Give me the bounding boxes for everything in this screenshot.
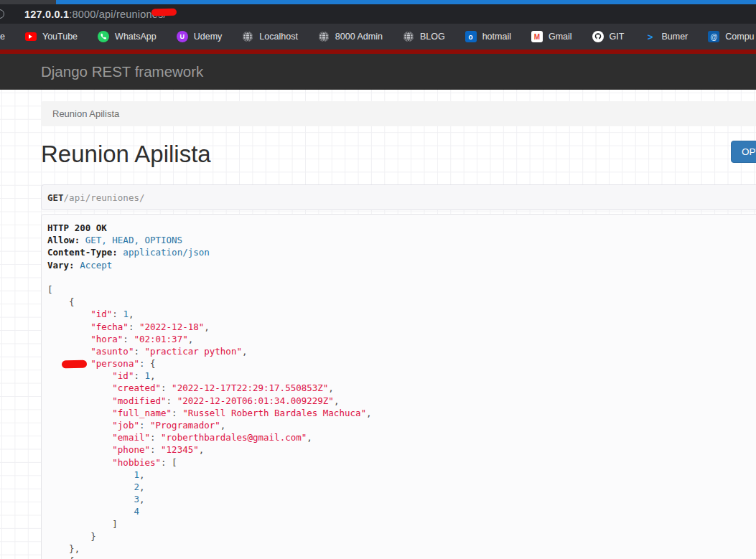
bookmark-label: YouTube bbox=[42, 32, 78, 42]
response-line: "modified": "2022-12-20T06:01:34.009229Z… bbox=[47, 395, 756, 407]
address-bar[interactable]: 127.0.0.1:8000/api/reuniones/ bbox=[0, 4, 756, 24]
bookmark-blog[interactable]: BLOG bbox=[403, 31, 445, 42]
bookmark-git[interactable]: GIT bbox=[592, 31, 625, 42]
response-line: "id": 1, bbox=[47, 370, 756, 382]
response-line: 2, bbox=[47, 481, 756, 493]
breadcrumb-link[interactable]: Reunion Apilista bbox=[52, 108, 119, 119]
page-body: Reunion Apilista Reunion Apilista GET /a… bbox=[0, 90, 756, 559]
response-line: 4 bbox=[47, 505, 756, 517]
drf-brand-link[interactable]: Django REST framework bbox=[41, 63, 203, 80]
github-icon bbox=[592, 31, 604, 42]
globe-icon bbox=[403, 31, 414, 42]
bookmark-label: Bumer bbox=[661, 32, 688, 42]
response-line: HTTP 200 OK bbox=[47, 222, 756, 234]
response-line: "job": "Programador", bbox=[47, 419, 756, 431]
udemy-icon: U bbox=[177, 31, 188, 42]
outlook-icon: o bbox=[465, 31, 477, 42]
red-marker-annotation-url bbox=[151, 9, 177, 17]
whatsapp-icon bbox=[98, 31, 109, 42]
response-line: "id": 1, bbox=[47, 308, 756, 320]
bookmark-hotmail[interactable]: ohotmail bbox=[465, 31, 511, 42]
bookmark-gmail[interactable]: MGmail bbox=[531, 31, 572, 42]
bookmark-label: GIT bbox=[610, 32, 625, 42]
bookmark-youtube[interactable]: YouTube bbox=[25, 31, 78, 42]
options-button[interactable]: OPTIONS bbox=[731, 141, 756, 163]
response-line: "asunto": "practicar python", bbox=[47, 345, 756, 357]
page-title: Reunion Apilista bbox=[41, 141, 756, 167]
bookmark-label: hotmail bbox=[482, 32, 511, 42]
gmail-icon: M bbox=[531, 31, 543, 42]
bookmark-label: Localhost bbox=[259, 32, 298, 42]
reload-icon[interactable] bbox=[0, 9, 4, 19]
response-line: }, bbox=[47, 542, 756, 555]
response-line: 1, bbox=[47, 469, 756, 481]
globe-icon bbox=[242, 31, 253, 42]
bookmark-udemy[interactable]: UUdemy bbox=[177, 31, 223, 42]
response-line: 3, bbox=[47, 493, 756, 505]
response-line: "email": "roberthbardales@gmail.com", bbox=[47, 431, 756, 443]
bookmarks-bar: eYouTubeWhatsAppUUdemyLocalhost8000 Admi… bbox=[0, 24, 756, 50]
red-marker-annotation-persona bbox=[62, 360, 87, 369]
response-line: "created": "2022-12-17T22:29:17.550853Z"… bbox=[47, 382, 756, 394]
url-host: 127.0.0.1 bbox=[24, 9, 69, 20]
bookmark-e[interactable]: e bbox=[0, 32, 5, 42]
response-line: } bbox=[47, 530, 756, 542]
response-line: ] bbox=[47, 518, 756, 530]
response-line: "hora": "02:01:37", bbox=[47, 333, 756, 345]
request-path: /api/reuniones/ bbox=[64, 192, 145, 203]
response-line: "persona": { bbox=[47, 357, 756, 370]
drf-navbar: Django REST framework bbox=[0, 54, 756, 90]
bookmark-label: e bbox=[0, 32, 5, 42]
url-text[interactable]: 127.0.0.1:8000/api/reuniones/ bbox=[24, 9, 167, 20]
bookmark-bumer[interactable]: >Bumer bbox=[644, 31, 688, 42]
response-line: "phone": "12345", bbox=[47, 443, 756, 456]
bookmark-compu[interactable]: @Compu bbox=[708, 31, 754, 42]
breadcrumb: Reunion Apilista bbox=[41, 101, 756, 126]
bookmark-label: Compu bbox=[725, 32, 754, 42]
bookmark-label: BLOG bbox=[420, 32, 445, 42]
response-line: [ bbox=[47, 283, 756, 296]
response-line: "full_name": "Russell Roberth Bardales M… bbox=[47, 407, 756, 419]
bookmark-8000-admin[interactable]: 8000 Admin bbox=[318, 31, 383, 42]
bookmark-label: WhatsApp bbox=[115, 32, 157, 42]
response-line: Vary: Accept bbox=[47, 259, 756, 271]
request-method: GET bbox=[47, 192, 64, 203]
response-line bbox=[47, 271, 756, 283]
compu-icon: @ bbox=[708, 31, 719, 42]
bookmark-label: Gmail bbox=[549, 32, 572, 42]
globe-icon bbox=[318, 31, 330, 42]
response-line: Allow: GET, HEAD, OPTIONS bbox=[47, 234, 756, 246]
response-line: Content-Type: application/json bbox=[47, 246, 756, 258]
response-line: "hobbies": [ bbox=[47, 456, 756, 469]
youtube-icon bbox=[25, 31, 37, 42]
bumer-icon: > bbox=[644, 31, 655, 42]
response-line: { bbox=[47, 296, 756, 308]
bookmark-whatsapp[interactable]: WhatsApp bbox=[98, 31, 157, 42]
request-line: GET /api/reuniones/ bbox=[41, 184, 756, 210]
bookmark-label: 8000 Admin bbox=[335, 32, 383, 42]
bookmark-localhost[interactable]: Localhost bbox=[242, 31, 298, 42]
response-line: "fecha": "2022-12-18", bbox=[47, 321, 756, 333]
response-body: HTTP 200 OKAllow: GET, HEAD, OPTIONSCont… bbox=[41, 214, 756, 559]
bookmark-label: Udemy bbox=[194, 32, 223, 42]
response-line: { bbox=[47, 555, 756, 559]
